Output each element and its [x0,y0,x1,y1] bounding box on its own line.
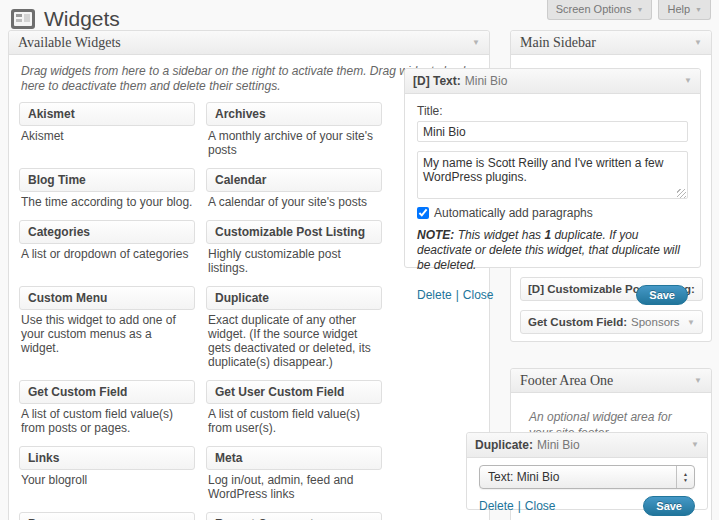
auto-paragraphs-label: Automatically add paragraphs [434,206,593,220]
available-widget-description: A list of custom field value(s) from pos… [21,407,193,435]
available-widget-title: Duplicate [215,291,269,305]
delete-link[interactable]: Delete [417,288,452,302]
delete-link[interactable]: Delete [479,499,514,513]
available-widget-item: Custom Menu Use this widget to add one o… [19,286,195,375]
available-widget-box[interactable]: Archives [206,102,382,126]
available-widget-box[interactable]: Recent Comments [206,512,382,520]
footer-area-one-title: Footer Area One [520,369,613,392]
screen-options-label: Screen Options [556,3,632,15]
available-widget-title: Customizable Post Listing [215,225,365,239]
duplicate-widget-subtitle: Mini Bio [537,433,580,457]
available-widget-box[interactable]: Duplicate [206,286,382,310]
main-sidebar-header[interactable]: Main Sidebar ▼ [511,31,711,55]
widget-text-area[interactable]: My name is Scott Reilly and I've written… [417,151,688,199]
available-widget-item: Customizable Post Listing Highly customi… [206,220,382,281]
screen-tabs: Screen Options ▼ Help ▼ [547,0,711,20]
available-widget-title: Get Custom Field [28,385,127,399]
duplicate-widget-title: Duplicate: [475,433,533,457]
available-widget-title: Calendar [215,173,266,187]
available-widget-title: Custom Menu [28,291,107,305]
text-mini-bio-widget: [D] Text: Mini Bio ▼ Title: My name is S… [404,68,701,268]
available-widget-item: Archives A monthly archive of your site'… [206,102,382,163]
duplicate-source-select[interactable]: Text: Mini Bio ▲ ▼ [479,465,695,489]
available-widget-description: A list of custom field value(s) from use… [208,407,380,435]
available-widget-box[interactable]: Links [19,446,195,470]
available-widget-title: Meta [215,451,242,465]
widget-title-input[interactable] [417,121,688,142]
chevron-down-icon: ▼ [695,6,702,13]
available-widget-box[interactable]: Custom Menu [19,286,195,310]
link-separator: | [518,499,521,513]
select-value: Text: Mini Bio [488,470,559,484]
available-widget-description: Exact duplicate of any other widget. (If… [208,313,380,369]
available-widget-title: Blog Time [28,173,86,187]
available-widget-description: Highly customizable post listings. [208,247,380,275]
footer-area-one-header[interactable]: Footer Area One ▼ [511,369,711,393]
available-widget-item: Pages Your site's WordPress Pages [19,512,195,520]
duplicate-widget-header[interactable]: Duplicate: Mini Bio ▼ [467,433,707,458]
note-count: 1 [544,228,551,242]
save-button[interactable]: Save [636,285,688,305]
chevron-down-icon[interactable]: ▼ [694,369,702,392]
note-label: NOTE: [417,228,454,242]
available-widget-item: Links Your blogroll [19,446,195,507]
available-widget-title: Links [28,451,59,465]
link-separator: | [456,288,459,302]
page-title: Widgets [44,7,120,31]
title-field-label: Title: [417,104,688,118]
help-tab[interactable]: Help ▼ [658,0,711,20]
available-widget-box[interactable]: Get User Custom Field [206,380,382,404]
duplicate-note: NOTE: This widget has 1 duplicate. If yo… [417,228,688,273]
available-widget-box[interactable]: Categories [19,220,195,244]
available-widgets-header[interactable]: Available Widgets ▼ [9,31,489,55]
screen-options-tab[interactable]: Screen Options ▼ [547,0,653,20]
available-widget-box[interactable]: Customizable Post Listing [206,220,382,244]
text-widget-subtitle: Mini Bio [465,69,508,93]
available-widgets-title: Available Widgets [18,31,121,54]
widgets-screen-icon [10,6,36,32]
note-text: This widget has [458,228,541,242]
auto-paragraphs-checkbox[interactable] [417,207,429,219]
available-widget-box[interactable]: Akismet [19,102,195,126]
page-header: Widgets [10,6,120,32]
available-widget-description: Log in/out, admin, feed and WordPress li… [208,473,380,501]
chevron-down-icon[interactable]: ▼ [694,31,702,54]
available-widget-item: Get User Custom Field A list of custom f… [206,380,382,441]
available-widget-box[interactable]: Meta [206,446,382,470]
available-widget-description: A calendar of your site's posts [208,195,380,209]
main-sidebar-title: Main Sidebar [520,31,596,54]
available-widget-title: Archives [215,107,266,121]
available-widget-item: Calendar A calendar of your site's posts [206,168,382,215]
help-label: Help [667,3,690,15]
available-widget-box[interactable]: Pages [19,512,195,520]
chevron-down-icon: ▼ [637,6,644,13]
available-widget-title: Categories [28,225,90,239]
available-widget-item: Recent Comments The most recent comments [206,512,382,520]
available-widget-item: Akismet Akismet [19,102,195,163]
chevron-down-icon[interactable]: ▼ [684,69,692,93]
close-link[interactable]: Close [525,499,556,513]
sidebar-widget-title: Get Custom Field: [528,316,627,328]
available-widget-description: Your blogroll [21,473,193,487]
available-widget-box[interactable]: Calendar [206,168,382,192]
available-widget-box[interactable]: Blog Time [19,168,195,192]
available-widget-item: Blog Time The time according to your blo… [19,168,195,215]
available-widget-description: Use this widget to add one of your custo… [21,313,193,355]
available-widget-box[interactable]: Get Custom Field [19,380,195,404]
available-widget-title: Get User Custom Field [215,385,344,399]
chevron-down-icon[interactable]: ▼ [687,318,695,327]
available-widget-item: Meta Log in/out, admin, feed and WordPre… [206,446,382,507]
text-widget-header[interactable]: [D] Text: Mini Bio ▼ [405,69,700,94]
available-widget-item: Duplicate Exact duplicate of any other w… [206,286,382,375]
available-widget-item: Get Custom Field A list of custom field … [19,380,195,441]
text-widget-title: [D] Text: [413,69,461,93]
chevron-down-icon[interactable]: ▼ [691,433,699,457]
chevron-down-icon[interactable]: ▼ [472,31,480,54]
close-link[interactable]: Close [463,288,494,302]
available-widget-description: Akismet [21,129,193,143]
available-widget-description: A monthly archive of your site's posts [208,129,380,157]
arrow-down-icon: ▼ [683,477,688,484]
save-button[interactable]: Save [643,496,695,516]
available-widget-description: The time according to your blog. [21,195,193,209]
sidebar-widget-subtitle: Sponsors [631,316,683,328]
